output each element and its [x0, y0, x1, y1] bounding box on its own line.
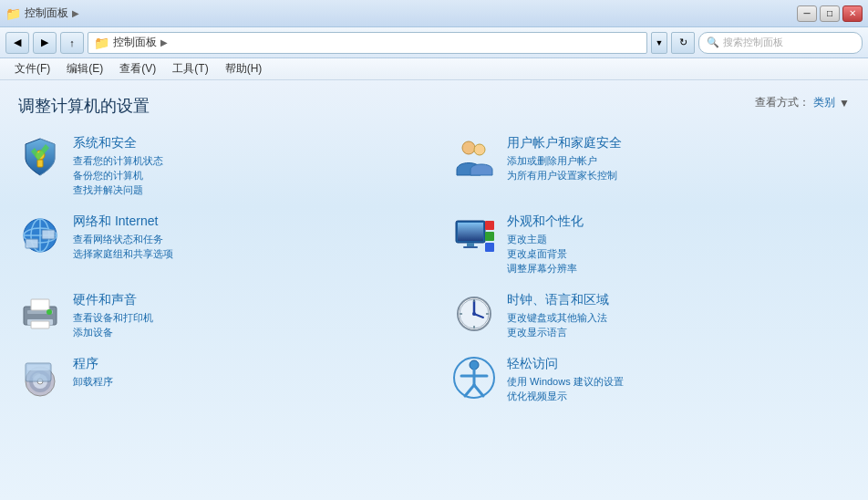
view-mode: 查看方式： 类别 ▼ — [755, 95, 850, 110]
icon-hardware — [18, 292, 62, 336]
svg-rect-10 — [42, 230, 55, 239]
search-placeholder: 搜索控制面板 — [723, 36, 783, 49]
address-box[interactable]: 📁 控制面板 ▶ — [88, 32, 647, 54]
menu-view[interactable]: 查看(V) — [112, 59, 163, 78]
page-title: 调整计算机的设置 — [18, 95, 150, 117]
close-button[interactable]: ✕ — [842, 5, 863, 22]
address-path: 控制面板 — [113, 35, 157, 50]
search-box[interactable]: 🔍 搜索控制面板 — [698, 32, 863, 54]
link-clk-1[interactable]: 更改键盘或其他输入法 — [507, 311, 850, 325]
icon-clock — [452, 292, 496, 336]
section-network: 网络和 Internet 查看网络状态和任务 选择家庭组和共享选项 — [18, 214, 416, 276]
menu-tools[interactable]: 工具(T) — [165, 59, 215, 78]
section-user-accounts: 用户帐户和家庭安全 添加或删除用户帐户 为所有用户设置家长控制 — [452, 135, 850, 197]
link-ss-3[interactable]: 查找并解决问题 — [73, 183, 416, 197]
link-clk-2[interactable]: 更改显示语言 — [507, 326, 850, 339]
svg-rect-9 — [26, 239, 38, 248]
text-ease-access: 轻松访问 使用 Windows 建议的设置 优化视频显示 — [507, 356, 850, 403]
section-programs: 程序 卸载程序 — [18, 356, 416, 403]
path-separator: ▶ — [72, 8, 79, 18]
svg-rect-15 — [463, 246, 478, 248]
text-clock: 时钟、语言和区域 更改键盘或其他输入法 更改显示语言 — [507, 292, 850, 339]
link-ss-1[interactable]: 查看您的计算机状态 — [73, 154, 416, 168]
links-clock: 更改键盘或其他输入法 更改显示语言 — [507, 311, 850, 339]
link-app-2[interactable]: 更改桌面背景 — [507, 247, 850, 261]
link-net-1[interactable]: 查看网络状态和任务 — [73, 233, 416, 246]
back-button[interactable]: ◀ — [5, 32, 29, 54]
svg-rect-14 — [467, 243, 474, 246]
section-appearance: 外观和个性化 更改主题 更改桌面背景 调整屏幕分辨率 — [452, 214, 850, 276]
svg-line-45 — [474, 385, 483, 396]
svg-point-29 — [472, 312, 476, 316]
title-ease-access[interactable]: 轻松访问 — [507, 356, 850, 372]
view-mode-value[interactable]: 类别 — [813, 95, 835, 110]
text-system-security: 系统和安全 查看您的计算机状态 备份您的计算机 查找并解决问题 — [73, 135, 416, 197]
panel-grid: 系统和安全 查看您的计算机状态 备份您的计算机 查找并解决问题 — [18, 135, 850, 403]
link-ua-1[interactable]: 添加或删除用户帐户 — [507, 154, 850, 168]
link-net-2[interactable]: 选择家庭组和共享选项 — [73, 247, 416, 261]
main-content: 调整计算机的设置 查看方式： 类别 ▼ — [0, 80, 868, 500]
title-programs[interactable]: 程序 — [73, 356, 416, 372]
text-user-accounts: 用户帐户和家庭安全 添加或删除用户帐户 为所有用户设置家长控制 — [507, 135, 850, 182]
links-hardware: 查看设备和打印机 添加设备 — [73, 311, 416, 339]
section-ease-access: 轻松访问 使用 Windows 建议的设置 优化视频显示 — [452, 356, 850, 403]
link-app-3[interactable]: 调整屏幕分辨率 — [507, 262, 850, 276]
icon-user-accounts — [452, 135, 496, 179]
link-app-1[interactable]: 更改主题 — [507, 233, 850, 246]
svg-rect-16 — [485, 221, 494, 230]
section-clock: 时钟、语言和区域 更改键盘或其他输入法 更改显示语言 — [452, 292, 850, 339]
link-ss-2[interactable]: 备份您的计算机 — [73, 169, 416, 182]
view-dropdown-icon[interactable]: ▼ — [839, 97, 850, 109]
title-bar-left: 📁 控制面板 ▶ — [5, 5, 79, 21]
menu-bar: 文件(F) 编辑(E) 查看(V) 工具(T) 帮助(H) — [0, 58, 868, 80]
link-prog-1[interactable]: 卸载程序 — [73, 375, 416, 389]
section-hardware: 硬件和声音 查看设备和打印机 添加设备 — [18, 292, 416, 339]
link-hw-2[interactable]: 添加设备 — [73, 326, 416, 339]
title-hardware[interactable]: 硬件和声音 — [73, 292, 416, 308]
links-appearance: 更改主题 更改桌面背景 调整屏幕分辨率 — [507, 233, 850, 276]
svg-rect-23 — [31, 321, 49, 328]
minimize-button[interactable]: ─ — [797, 5, 817, 22]
svg-rect-40 — [27, 365, 49, 370]
text-appearance: 外观和个性化 更改主题 更改桌面背景 调整屏幕分辨率 — [507, 214, 850, 276]
refresh-button[interactable]: ↻ — [671, 32, 695, 54]
title-bar: 📁 控制面板 ▶ ─ □ ✕ — [0, 0, 868, 27]
menu-edit[interactable]: 编辑(E) — [59, 59, 110, 78]
address-bar: ◀ ▶ ↑ 📁 控制面板 ▶ ▼ ↻ 🔍 搜索控制面板 — [0, 27, 868, 58]
text-programs: 程序 卸载程序 — [73, 356, 416, 389]
svg-rect-22 — [31, 299, 49, 310]
link-hw-1[interactable]: 查看设备和打印机 — [73, 311, 416, 325]
view-mode-label: 查看方式： — [755, 95, 810, 110]
svg-point-3 — [474, 144, 485, 155]
title-network[interactable]: 网络和 Internet — [73, 214, 416, 230]
link-ea-2[interactable]: 优化视频显示 — [507, 390, 850, 403]
up-button[interactable]: ↑ — [60, 32, 84, 54]
links-programs: 卸载程序 — [73, 375, 416, 389]
link-ea-1[interactable]: 使用 Windows 建议的设置 — [507, 375, 850, 389]
icon-appearance — [452, 214, 496, 257]
links-user-accounts: 添加或删除用户帐户 为所有用户设置家长控制 — [507, 154, 850, 182]
links-ease-access: 使用 Windows 建议的设置 优化视频显示 — [507, 375, 850, 403]
links-system-security: 查看您的计算机状态 备份您的计算机 查找并解决问题 — [73, 154, 416, 197]
title-user-accounts[interactable]: 用户帐户和家庭安全 — [507, 135, 850, 151]
link-ua-2[interactable]: 为所有用户设置家长控制 — [507, 169, 850, 182]
svg-rect-17 — [485, 232, 494, 241]
search-icon: 🔍 — [707, 36, 719, 48]
svg-point-24 — [46, 309, 52, 315]
menu-file[interactable]: 文件(F) — [7, 59, 57, 78]
icon-ease-access — [452, 356, 496, 400]
text-hardware: 硬件和声音 查看设备和打印机 添加设备 — [73, 292, 416, 339]
svg-line-44 — [465, 385, 474, 396]
page-header: 调整计算机的设置 查看方式： 类别 ▼ — [18, 95, 850, 117]
links-network: 查看网络状态和任务 选择家庭组和共享选项 — [73, 233, 416, 261]
maximize-button[interactable]: □ — [820, 5, 840, 22]
title-appearance[interactable]: 外观和个性化 — [507, 214, 850, 230]
address-path-title: 控制面板 — [25, 5, 68, 21]
text-network: 网络和 Internet 查看网络状态和任务 选择家庭组和共享选项 — [73, 214, 416, 261]
menu-help[interactable]: 帮助(H) — [218, 59, 270, 78]
forward-button[interactable]: ▶ — [33, 32, 57, 54]
title-system-security[interactable]: 系统和安全 — [73, 135, 416, 151]
address-dropdown[interactable]: ▼ — [651, 32, 667, 54]
title-clock[interactable]: 时钟、语言和区域 — [507, 292, 850, 308]
icon-programs — [18, 356, 62, 400]
